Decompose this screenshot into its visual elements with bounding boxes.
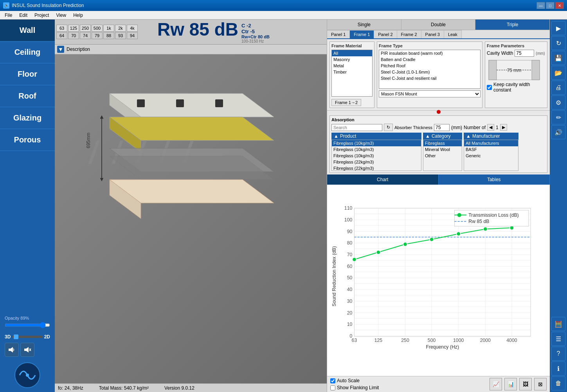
absorber-thickness-input[interactable]	[434, 124, 450, 131]
frame-type-dropdown[interactable]: Mason FSN Mount	[379, 90, 481, 97]
mfr-all[interactable]: All Manufacturers	[464, 140, 518, 146]
list-icon[interactable]: ☰	[551, 332, 565, 346]
tab-panel3[interactable]: Panel 3	[421, 30, 444, 38]
absorption-search[interactable]	[331, 124, 382, 131]
view-toggle-bar[interactable]	[12, 336, 42, 338]
opacity-slider[interactable]	[5, 322, 50, 328]
freq-1k[interactable]: 1k	[103, 25, 114, 32]
speaker-right-icon[interactable]: 🔊	[551, 125, 565, 139]
ft-pir[interactable]: PIR insulation board (warm roof)	[379, 50, 480, 56]
product-item-4[interactable]: Fibreglass (22kg/m3)	[332, 165, 421, 171]
sidebar-item-porous[interactable]: Porous	[0, 129, 55, 151]
tab-single[interactable]: Single	[327, 20, 401, 30]
chart-bar-icon[interactable]: 📊	[504, 378, 517, 390]
menu-view[interactable]: View	[53, 12, 69, 19]
chart-image-icon[interactable]: 🖼	[519, 378, 532, 390]
tab-panel2[interactable]: Panel 2	[374, 30, 397, 38]
info-icon[interactable]: ℹ	[551, 361, 565, 376]
fm-masonry[interactable]: Masonry	[332, 56, 372, 63]
open-icon[interactable]: 📂	[551, 66, 565, 80]
mute-button[interactable]	[20, 343, 34, 357]
mute-icon	[23, 346, 31, 354]
product-item-1[interactable]: Fibreglass (10kg/m3)	[332, 146, 421, 153]
frame-to-button[interactable]: Frame 1→2	[331, 99, 361, 106]
show-flanking-label: Show Flanking Limit	[337, 385, 379, 390]
chart-tab-chart[interactable]: Chart	[327, 174, 439, 185]
tab-double[interactable]: Double	[401, 20, 476, 30]
tab-frame1[interactable]: Frame 1	[350, 30, 374, 38]
save-icon[interactable]: 💾	[551, 51, 565, 65]
cat-other[interactable]: Other	[423, 153, 462, 159]
freq-2k[interactable]: 2k	[115, 25, 126, 32]
num-decrease-button[interactable]: ◀	[487, 124, 494, 131]
ft-steel-resilient[interactable]: Steel C-Joist and resilient rail	[379, 75, 480, 81]
mfr-generic[interactable]: Generic	[464, 153, 518, 159]
settings-icon[interactable]: ⚙	[551, 95, 565, 110]
tab-panel1[interactable]: Panel 1	[327, 30, 350, 38]
rw-sub: C -2 Ctr -5 Rw+Ctr 80 dB 100-3150 Hz	[241, 23, 270, 43]
play-button[interactable]: ▶	[551, 21, 565, 35]
freq-500[interactable]: 500	[92, 25, 103, 32]
product-item-3[interactable]: Fibreglass (22kg/m3)	[332, 159, 421, 165]
sidebar-item-floor[interactable]: Floor	[0, 63, 55, 85]
main-tabs: Single Double Triple	[327, 20, 550, 30]
rw-c: C -2	[241, 23, 270, 29]
freq-63[interactable]: 63	[56, 25, 67, 32]
refresh-icon[interactable]: ↻	[551, 36, 565, 50]
chart-copy-icon[interactable]: ⊠	[534, 378, 547, 390]
frame-type-list[interactable]: PIR insulation board (warm roof) Batten …	[379, 50, 481, 89]
edit-icon[interactable]: ✏	[551, 110, 565, 124]
calculator-icon[interactable]: 🧮	[551, 317, 565, 331]
auto-scale-checkbox[interactable]	[330, 378, 335, 383]
category-list[interactable]: Fibreglass Mineral Wool Other	[423, 140, 462, 171]
product-item-0[interactable]: Fibreglass (10kg/m3)	[332, 140, 421, 146]
cat-fibreglass[interactable]: Fibreglass	[423, 140, 462, 146]
ft-steel-cjoist[interactable]: Steel C-Joist (1.0-1.6mm)	[379, 69, 480, 75]
close-button[interactable]: ✕	[555, 2, 564, 9]
tab-triple[interactable]: Triple	[475, 20, 550, 30]
print-icon[interactable]: 🖨	[551, 81, 565, 95]
keep-constant-checkbox[interactable]	[487, 85, 492, 90]
sidebar-item-roof[interactable]: Roof	[0, 85, 55, 107]
svg-text:110: 110	[344, 205, 353, 211]
product-item-2[interactable]: Fibreglass (10kg/m3)	[332, 153, 421, 159]
ft-batten[interactable]: Batten and Cradle	[379, 56, 480, 63]
tab-frame2[interactable]: Frame 2	[397, 30, 421, 38]
menu-project[interactable]: Project	[31, 12, 52, 19]
freq-250[interactable]: 250	[80, 25, 91, 32]
tab-leak[interactable]: Leak	[444, 30, 462, 38]
sidebar-item-wall[interactable]: Wall	[0, 20, 55, 41]
desc-toggle-button[interactable]: ▼	[57, 46, 64, 53]
chart-tab-tables[interactable]: Tables	[439, 174, 550, 185]
trash-icon[interactable]: 🗑	[551, 376, 565, 390]
maximize-button[interactable]: □	[546, 2, 554, 9]
product-list[interactable]: Fibreglass (10kg/m3) Fibreglass (10kg/m3…	[331, 140, 421, 171]
sidebar-item-glazing[interactable]: Glazing	[0, 107, 55, 129]
titlebar: 🔊 INSUL Sound Insulation Prediction — □ …	[0, 0, 567, 11]
sound-on-button[interactable]	[5, 343, 19, 357]
cavity-width-input[interactable]: 75	[515, 50, 534, 57]
num-increase-button[interactable]: ▶	[500, 124, 507, 131]
freq-125[interactable]: 125	[68, 25, 79, 32]
fm-timber[interactable]: Timber	[332, 69, 372, 75]
chart-line-icon[interactable]: 📈	[490, 378, 502, 390]
show-flanking-checkbox[interactable]	[330, 385, 335, 390]
fm-metal[interactable]: Metal	[332, 63, 372, 69]
svg-text:250: 250	[401, 338, 409, 343]
fm-all[interactable]: All	[332, 50, 372, 56]
refresh-button[interactable]: ↻	[384, 124, 393, 131]
freq-val-94: 94	[127, 32, 138, 39]
menu-file[interactable]: File	[2, 12, 15, 19]
help-circle-icon[interactable]: ?	[551, 347, 565, 361]
minimize-button[interactable]: —	[536, 2, 545, 9]
menu-edit[interactable]: Edit	[16, 12, 31, 19]
menu-help[interactable]: Help	[70, 12, 86, 19]
mfr-basf[interactable]: BASF	[464, 146, 518, 153]
freq-4k[interactable]: 4k	[127, 25, 138, 32]
svg-text:63: 63	[352, 338, 357, 343]
manufacturer-list[interactable]: All Manufacturers BASF Generic	[464, 140, 518, 171]
ft-pitched[interactable]: Pitched Roof	[379, 63, 480, 69]
svg-rect-23	[215, 99, 223, 107]
sidebar-item-ceiling[interactable]: Ceiling	[0, 41, 55, 63]
cat-mineralwool[interactable]: Mineral Wool	[423, 146, 462, 153]
